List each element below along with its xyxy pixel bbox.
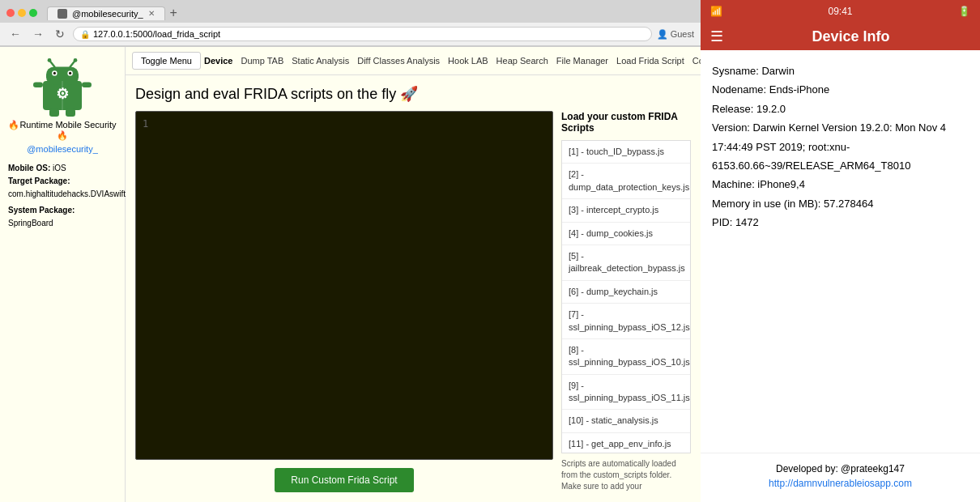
target-package-value: com.highaltitudehacks.DVIAswiftv2 xyxy=(8,188,117,201)
phone-header: ☰ Device Info xyxy=(701,23,980,50)
nav-link-load-frida[interactable]: Load Frida Script xyxy=(616,54,684,67)
frida-area: 1 Run Custom Frida Script Load your cust… xyxy=(135,111,691,492)
nav-link-static-analysis[interactable]: Static Analysis xyxy=(292,54,349,67)
forward-btn[interactable]: → xyxy=(29,26,47,42)
script-list-item[interactable]: [3] - intercept_crypto.js xyxy=(562,199,690,222)
script-list-item[interactable]: [4] - dump_cookies.js xyxy=(562,223,690,245)
nav-link-dump-tab[interactable]: Dump TAB xyxy=(241,54,283,67)
run-frida-btn[interactable]: Run Custom Frida Script xyxy=(275,468,413,492)
script-list-item[interactable]: [5] - jailbreak_detection_bypass.js xyxy=(562,245,690,281)
system-package-label: System Package: xyxy=(8,206,75,215)
nav-link-device[interactable]: Device xyxy=(204,54,232,67)
script-list-item[interactable]: [8] - ssl_pinning_bypass_iOS_10.js xyxy=(562,339,690,375)
device-nodename: Nodename: Ends-iPhone xyxy=(712,80,969,99)
device-sysname: Sysname: Darwin xyxy=(712,62,969,80)
system-package-value: SpringBoard xyxy=(8,217,117,230)
close-window-btn[interactable] xyxy=(6,9,15,17)
script-list-item[interactable]: [9] - ssl_pinning_bypass_iOS_11.js xyxy=(562,375,690,411)
scripts-list: [1] - touch_ID_bypass.js[2] - dump_data_… xyxy=(561,140,691,453)
tab-label: @mobilesecurity_ xyxy=(72,9,143,19)
scripts-footer: Scripts are automatically loaded from th… xyxy=(561,458,691,492)
script-list-item[interactable]: [11] - get_app_env_info.js xyxy=(562,433,690,453)
svg-point-9 xyxy=(74,58,78,62)
account-icon: 👤 xyxy=(657,29,668,40)
device-release: Release: 19.2.0 xyxy=(712,100,969,118)
status-right: 🔋 xyxy=(958,6,970,17)
mobile-os-value: iOS xyxy=(53,164,66,172)
phone-panel: 📶 09:41 🔋 ☰ Device Info Sysname: Darwin … xyxy=(701,0,980,502)
svg-rect-10 xyxy=(33,83,43,87)
svg-point-4 xyxy=(53,72,56,74)
status-time: 09:41 xyxy=(828,6,852,17)
page-title: Design and eval FRIDA scripts on the fly… xyxy=(135,85,691,103)
script-list-item[interactable]: [6] - dump_keychain.js xyxy=(562,281,690,304)
android-logo: ⚙ xyxy=(30,55,95,120)
navbar: Toggle Menu Device Dump TAB Static Analy… xyxy=(126,47,701,75)
nav-links: Device Dump TAB Static Analysis Diff Cla… xyxy=(204,54,701,67)
lock-icon: 🔒 xyxy=(80,30,90,39)
device-machine: Machine: iPhone9,4 xyxy=(712,175,969,194)
sidebar-info: Mobile OS: iOS Target Package: com.higha… xyxy=(8,162,117,230)
scripts-panel: Load your custom FRIDA Scripts [1] - tou… xyxy=(561,111,691,492)
footer-link[interactable]: http://damnvulnerableiosapp.com xyxy=(710,478,970,489)
script-list-item[interactable]: [2] - dump_data_protection_keys.js xyxy=(562,164,690,199)
tab-close-btn[interactable]: ✕ xyxy=(148,9,155,18)
run-btn-container: Run Custom Frida Script xyxy=(135,468,553,492)
code-editor[interactable]: 1 xyxy=(135,111,553,460)
status-left: 📶 xyxy=(710,6,722,17)
page-body: Design and eval FRIDA scripts on the fly… xyxy=(126,75,701,502)
device-pid: PID: 1472 xyxy=(712,213,969,232)
address-bar[interactable]: 🔒 xyxy=(73,27,652,41)
back-btn[interactable]: ← xyxy=(6,26,24,42)
nav-link-heap-search[interactable]: Heap Search xyxy=(496,54,548,67)
target-package-label: Target Package: xyxy=(8,177,70,185)
sidebar: ⚙ 🔥Runtime Mobile Security 🔥 @mobilesecu… xyxy=(0,47,126,502)
svg-point-5 xyxy=(69,72,71,74)
phone-header-title: Device Info xyxy=(731,28,970,45)
wifi-icon: 📶 xyxy=(710,6,722,17)
mobile-os-label: Mobile OS: xyxy=(8,164,50,172)
nav-link-hook-lab[interactable]: Hook LAB xyxy=(448,54,488,67)
sidebar-title: 🔥Runtime Mobile Security 🔥 xyxy=(8,120,117,141)
developed-by: Developed by: @prateekg147 xyxy=(776,463,905,474)
phone-status-bar: 📶 09:41 🔋 xyxy=(701,0,980,23)
nav-link-file-manager[interactable]: File Manager xyxy=(556,54,608,67)
battery-icon: 🔋 xyxy=(958,6,970,17)
svg-rect-13 xyxy=(66,108,75,117)
browser-panel: @mobilesecurity_ ✕ + ← → ↻ 🔒 👤 Guest xyxy=(0,0,701,502)
script-list-item[interactable]: [1] - touch_ID_bypass.js xyxy=(562,141,690,164)
script-list-item[interactable]: [7] - ssl_pinning_bypass_iOS_12.js xyxy=(562,304,690,339)
browser-tab[interactable]: @mobilesecurity_ ✕ xyxy=(47,6,165,20)
scripts-panel-title: Load your custom FRIDA Scripts xyxy=(561,111,691,134)
main-content: Toggle Menu Device Dump TAB Static Analy… xyxy=(126,47,701,502)
svg-rect-11 xyxy=(82,83,92,87)
guest-btn[interactable]: 👤 Guest xyxy=(657,29,694,40)
nav-link-diff-classes[interactable]: Diff Classes Analysis xyxy=(357,54,440,67)
script-list-item[interactable]: [10] - static_analysis.js xyxy=(562,410,690,432)
url-input[interactable] xyxy=(93,29,645,39)
new-tab-btn[interactable]: + xyxy=(165,6,182,20)
browser-tabs: @mobilesecurity_ ✕ + xyxy=(0,0,701,23)
reload-btn[interactable]: ↻ xyxy=(52,26,68,42)
toggle-menu-btn[interactable]: Toggle Menu xyxy=(132,52,201,70)
tab-favicon xyxy=(58,9,67,19)
maximize-window-btn[interactable] xyxy=(29,9,37,17)
device-version: Version: Darwin Kernel Version 19.2.0: M… xyxy=(712,118,969,175)
guest-label: Guest xyxy=(671,29,694,39)
hamburger-btn[interactable]: ☰ xyxy=(710,28,723,45)
editor-panel: 1 Run Custom Frida Script xyxy=(135,111,553,492)
browser-nav: ← → ↻ 🔒 👤 Guest xyxy=(0,23,701,46)
device-memory: Memory in use (in MB): 57.278464 xyxy=(712,194,969,213)
svg-rect-12 xyxy=(49,108,59,117)
phone-footer: Developed by: @prateekg147 http://damnvu… xyxy=(701,453,980,502)
nav-link-console[interactable]: Console Output xyxy=(692,54,701,67)
sidebar-username[interactable]: @mobilesecurity_ xyxy=(27,144,98,154)
browser-chrome: @mobilesecurity_ ✕ + ← → ↻ 🔒 👤 Guest xyxy=(0,0,701,47)
minimize-window-btn[interactable] xyxy=(18,9,26,17)
svg-text:⚙: ⚙ xyxy=(56,86,69,102)
app-content: ⚙ 🔥Runtime Mobile Security 🔥 @mobilesecu… xyxy=(0,47,701,502)
device-info-content: Sysname: Darwin Nodename: Ends-iPhone Re… xyxy=(701,50,980,453)
svg-point-8 xyxy=(48,58,52,62)
